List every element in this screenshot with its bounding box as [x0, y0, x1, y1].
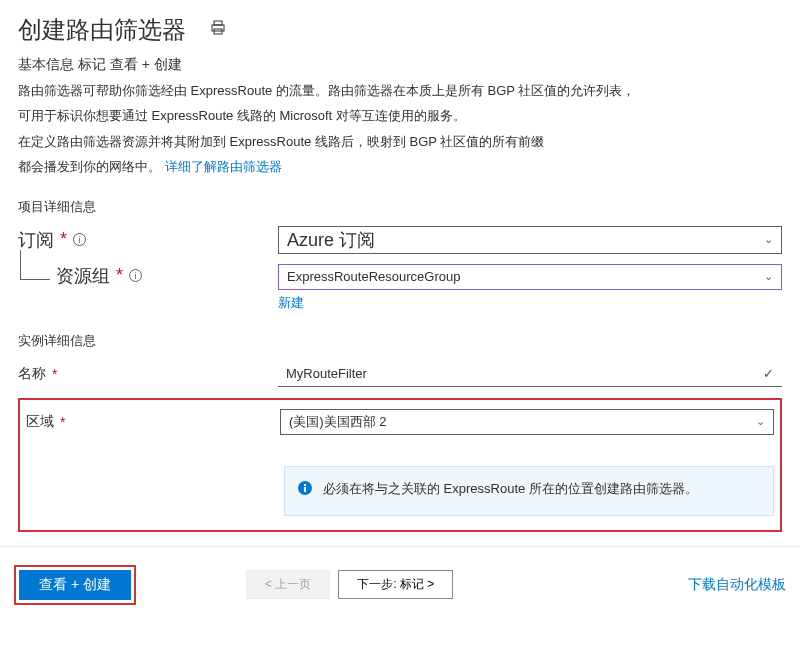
project-details-heading: 项目详细信息 — [18, 198, 782, 216]
info-filled-icon — [297, 479, 313, 503]
description-line-1: 路由筛选器可帮助你筛选经由 ExpressRoute 的流量。路由筛选器在本质上… — [18, 80, 782, 101]
tree-connector — [20, 250, 50, 280]
chevron-down-icon: ⌄ — [756, 415, 765, 428]
check-icon: ✓ — [763, 366, 774, 381]
new-resource-group-link[interactable]: 新建 — [278, 294, 782, 312]
subscription-dropdown[interactable]: Azure 订阅 ⌄ — [278, 226, 782, 254]
svg-rect-5 — [304, 484, 306, 486]
description-line-3: 在定义路由筛选器资源并将其附加到 ExpressRoute 线路后，映射到 BG… — [18, 131, 782, 152]
page-title: 创建路由筛选器 — [18, 14, 186, 46]
info-callout: 必须在将与之关联的 ExpressRoute 所在的位置创建路由筛选器。 — [284, 466, 774, 516]
region-label: 区域 * — [26, 413, 280, 431]
review-create-button[interactable]: 查看 + 创建 — [19, 570, 131, 600]
description-line-2: 可用于标识你想要通过 ExpressRoute 线路的 Microsoft 对等… — [18, 105, 782, 126]
resource-group-dropdown[interactable]: ExpressRouteResourceGroup ⌄ — [278, 264, 782, 290]
svg-rect-0 — [214, 21, 222, 25]
resource-group-label: 资源组 * i — [56, 264, 142, 288]
footer-bar: 查看 + 创建 < 上一页 下一步: 标记 > 下载自动化模板 — [0, 546, 800, 617]
tab-bar[interactable]: 基本信息 标记 查看 + 创建 — [0, 54, 800, 80]
print-button[interactable] — [206, 16, 230, 44]
learn-more-link[interactable]: 详细了解路由筛选器 — [165, 159, 282, 174]
svg-rect-4 — [304, 487, 306, 492]
print-icon — [210, 20, 226, 36]
highlight-review-box: 查看 + 创建 — [14, 565, 136, 605]
name-input[interactable]: MyRouteFilter ✓ — [278, 361, 782, 387]
info-icon[interactable]: i — [73, 233, 86, 246]
info-icon[interactable]: i — [129, 269, 142, 282]
chevron-down-icon: ⌄ — [764, 233, 773, 246]
previous-button: < 上一页 — [246, 570, 330, 599]
chevron-down-icon: ⌄ — [764, 270, 773, 283]
region-dropdown[interactable]: (美国)美国西部 2 ⌄ — [280, 409, 774, 435]
instance-details-heading: 实例详细信息 — [18, 332, 782, 350]
next-button[interactable]: 下一步: 标记 > — [338, 570, 453, 599]
highlight-region-box: 区域 * (美国)美国西部 2 ⌄ 必须在 — [18, 398, 782, 532]
download-template-link[interactable]: 下载自动化模板 — [688, 576, 786, 594]
name-label: 名称 * — [18, 365, 278, 383]
subscription-label: 订阅 * i — [18, 228, 278, 252]
description-line-4: 都会播发到你的网络中。 详细了解路由筛选器 — [18, 156, 782, 177]
